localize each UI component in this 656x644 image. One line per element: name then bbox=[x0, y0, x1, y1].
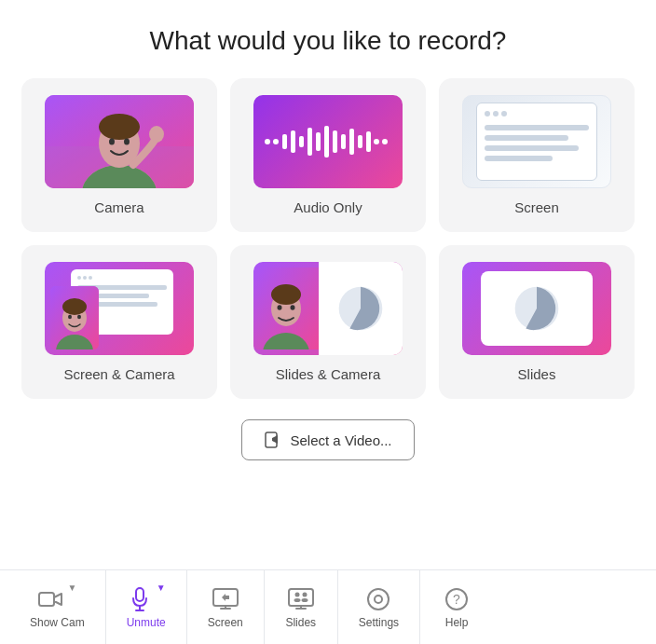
svg-point-6 bbox=[109, 139, 115, 145]
thumb-screen bbox=[462, 95, 611, 188]
svg-rect-12 bbox=[291, 130, 295, 153]
svg-point-52 bbox=[301, 598, 308, 602]
settings-toolbar-icon bbox=[365, 586, 391, 612]
option-slides-camera[interactable]: Slides & Camera bbox=[230, 245, 426, 399]
slides-pie-only-bg bbox=[481, 271, 593, 346]
help-toolbar-icon: ? bbox=[444, 586, 470, 612]
toolbar-group-screen: Screen bbox=[187, 570, 265, 644]
unmute-label: Unmute bbox=[127, 616, 166, 629]
slides-toolbar-label: Slides bbox=[285, 616, 316, 629]
svg-rect-40 bbox=[136, 588, 144, 601]
select-video-button[interactable]: Select a Video... bbox=[241, 419, 416, 460]
toolbar-group-slides: Slides bbox=[265, 570, 338, 644]
svg-point-7 bbox=[124, 139, 130, 145]
screen-toolbar-button[interactable]: Screen bbox=[200, 582, 251, 633]
option-camera[interactable]: Camera bbox=[21, 78, 217, 232]
slides-only bbox=[462, 262, 611, 355]
option-screen-camera[interactable]: Screen & Camera bbox=[21, 245, 217, 399]
sc-person bbox=[50, 286, 99, 349]
settings-toolbar-label: Settings bbox=[359, 616, 399, 629]
settings-toolbar-button[interactable]: Settings bbox=[351, 582, 406, 633]
svg-rect-39 bbox=[39, 593, 54, 606]
slides-toolbar-button[interactable]: Slides bbox=[278, 582, 324, 633]
option-slides-camera-label: Slides & Camera bbox=[276, 366, 381, 382]
mic-arrow: ▼ bbox=[157, 582, 166, 593]
cam-arrow: ▼ bbox=[67, 582, 76, 593]
camera-toolbar-icon bbox=[37, 586, 63, 612]
show-cam-label: Show Cam bbox=[30, 616, 85, 629]
thumb-camera bbox=[45, 95, 194, 188]
thumb-screen-camera bbox=[45, 262, 194, 355]
screen-mock bbox=[476, 103, 597, 181]
option-audio-only-label: Audio Only bbox=[294, 199, 362, 215]
slides-person-small bbox=[253, 267, 319, 349]
svg-point-51 bbox=[294, 598, 300, 602]
svg-point-49 bbox=[294, 592, 299, 596]
toolbar-group-help: ? Help bbox=[420, 570, 493, 644]
svg-rect-16 bbox=[324, 126, 329, 158]
thumb-audio bbox=[253, 95, 403, 188]
thumb-slides bbox=[462, 262, 611, 355]
show-cam-button[interactable]: ▼ Show Cam bbox=[22, 582, 92, 633]
option-slides[interactable]: Slides bbox=[439, 245, 635, 399]
svg-point-27 bbox=[62, 298, 87, 315]
svg-point-23 bbox=[382, 139, 388, 144]
options-grid: Camera bbox=[21, 78, 635, 399]
svg-point-35 bbox=[291, 305, 295, 310]
svg-rect-17 bbox=[333, 130, 337, 153]
toolbar-group-settings: Settings bbox=[338, 570, 420, 644]
svg-point-28 bbox=[68, 315, 72, 319]
svg-point-34 bbox=[278, 305, 282, 310]
svg-text:?: ? bbox=[453, 592, 460, 607]
slides-toolbar-icon bbox=[288, 586, 314, 612]
screen-line-2 bbox=[485, 135, 568, 141]
svg-rect-15 bbox=[316, 132, 321, 151]
svg-rect-20 bbox=[358, 135, 362, 148]
svg-rect-19 bbox=[349, 129, 354, 155]
sc-composite bbox=[45, 262, 194, 355]
toolbar: ▼ Show Cam ▼ Unmute bbox=[0, 569, 656, 644]
svg-rect-46 bbox=[289, 589, 313, 606]
option-screen[interactable]: Screen bbox=[439, 78, 635, 232]
unmute-button[interactable]: ▼ Unmute bbox=[119, 582, 173, 633]
svg-point-29 bbox=[77, 315, 81, 319]
screen-toolbar-label: Screen bbox=[208, 616, 243, 629]
svg-rect-11 bbox=[282, 134, 287, 149]
screen-dot-2 bbox=[493, 111, 499, 116]
svg-point-5 bbox=[99, 114, 140, 140]
svg-point-22 bbox=[374, 139, 379, 144]
screen-dot-3 bbox=[501, 111, 507, 116]
sc-dot-2 bbox=[83, 276, 87, 280]
help-toolbar-button[interactable]: ? Help bbox=[433, 582, 480, 633]
svg-rect-18 bbox=[341, 134, 346, 149]
svg-rect-13 bbox=[299, 136, 304, 147]
option-audio-only[interactable]: Audio Only bbox=[230, 78, 426, 232]
screen-line-4 bbox=[485, 156, 553, 161]
help-toolbar-label: Help bbox=[445, 616, 469, 629]
svg-point-53 bbox=[368, 589, 389, 610]
thumb-slides-camera bbox=[253, 262, 403, 355]
screen-toolbar-icon bbox=[212, 586, 239, 612]
video-file-icon bbox=[265, 432, 283, 448]
mic-toolbar-icon bbox=[127, 586, 153, 612]
option-screen-camera-label: Screen & Camera bbox=[63, 366, 174, 382]
screen-line-1 bbox=[485, 125, 589, 130]
slides-cam-composite bbox=[253, 262, 403, 355]
option-screen-label: Screen bbox=[514, 199, 559, 215]
svg-point-50 bbox=[302, 592, 307, 596]
svg-point-9 bbox=[265, 139, 270, 144]
svg-point-10 bbox=[273, 139, 279, 144]
svg-point-33 bbox=[271, 284, 301, 305]
toolbar-group-mic: ▼ Unmute bbox=[106, 570, 187, 644]
option-camera-label: Camera bbox=[94, 199, 144, 215]
svg-point-54 bbox=[375, 596, 382, 603]
sc-dot-1 bbox=[77, 276, 81, 280]
option-slides-label: Slides bbox=[518, 366, 556, 382]
screen-line-3 bbox=[485, 145, 579, 151]
select-video-label: Select a Video... bbox=[291, 432, 392, 448]
screen-dot-1 bbox=[485, 111, 490, 116]
sc-dot-3 bbox=[89, 276, 92, 280]
svg-rect-14 bbox=[308, 128, 312, 156]
toolbar-group-cam: ▼ Show Cam bbox=[9, 570, 106, 644]
slides-pie-bg bbox=[319, 262, 403, 355]
